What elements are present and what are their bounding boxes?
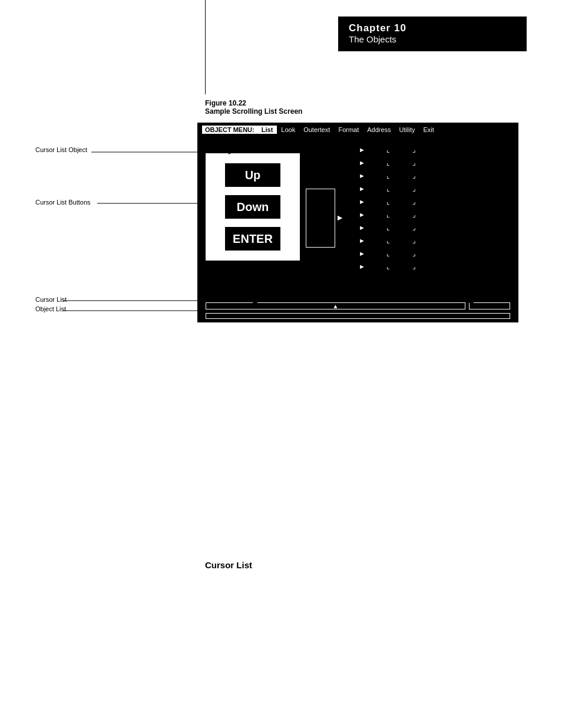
- cb-row-10: ⌞ ⌟: [386, 261, 416, 272]
- horizontal-scrollbar[interactable]: ▲: [206, 302, 465, 309]
- arrow-4: ►: [359, 183, 365, 195]
- cursor-list-label: Cursor List: [35, 296, 67, 303]
- vertical-divider: [205, 0, 206, 94]
- menu-item-address[interactable]: Address: [363, 126, 395, 134]
- cb-row-3: ⌞ ⌟: [386, 170, 416, 182]
- down-button[interactable]: Down: [223, 193, 282, 220]
- chapter-title: The Objects: [349, 34, 516, 44]
- arrow-1: ►: [359, 144, 365, 156]
- buttons-container: Up Down ENTER: [206, 153, 300, 261]
- right-scrollbar[interactable]: [469, 302, 510, 309]
- arrow-6: ►: [359, 209, 365, 220]
- cb-row-5: ⌞ ⌟: [386, 196, 416, 207]
- figure-title: Sample Scrolling List Screen: [205, 107, 302, 116]
- cb-row-1: ⌞ ⌟: [386, 144, 416, 156]
- menu-item-exit[interactable]: Exit: [419, 126, 438, 134]
- up-button[interactable]: Up: [223, 162, 282, 189]
- figure-caption: Figure 10.22 Sample Scrolling List Scree…: [205, 99, 302, 116]
- cb-row-4: ⌞ ⌟: [386, 183, 416, 195]
- chapter-header: Chapter 10 The Objects: [338, 17, 527, 51]
- arrow-2: ►: [359, 157, 365, 169]
- arrow-9: ►: [359, 248, 365, 259]
- figure-number: Figure 10.22: [205, 99, 302, 107]
- menu-item-list[interactable]: List: [257, 126, 277, 134]
- menu-item-look[interactable]: Look: [277, 126, 299, 134]
- screen-mockup: OBJECT MENU: List Look Outertext Format …: [197, 123, 518, 322]
- cursor-list-heading: Cursor List: [205, 560, 252, 570]
- cb-row-7: ⌞ ⌟: [386, 222, 416, 233]
- cb-row-8: ⌞ ⌟: [386, 235, 416, 246]
- checkbox-column: ⌞ ⌟ ⌞ ⌟ ⌞ ⌟ ⌞ ⌟: [386, 141, 416, 294]
- enter-button[interactable]: ENTER: [223, 225, 282, 252]
- cursor-list-buttons-label: Cursor List Buttons: [35, 199, 91, 206]
- chapter-number: Chapter 10: [349, 22, 516, 34]
- arrow-3: ►: [359, 170, 365, 182]
- cb-row-6: ⌞ ⌟: [386, 209, 416, 220]
- menu-item-utility[interactable]: Utility: [395, 126, 419, 134]
- cb-row-2: ⌞ ⌟: [386, 157, 416, 169]
- arrow-column: ► ► ► ► ► ► ► ► ► ►: [359, 141, 365, 294]
- right-side: ► ► ► ► ► ► ► ► ► ► ⌞ ⌟: [359, 141, 510, 294]
- screen-content: Up Down ENTER ► ► ► ► ► ► ► ► ►: [199, 136, 517, 301]
- arrow-5: ►: [359, 196, 365, 207]
- scroll-thumb-icon: ▲: [333, 303, 339, 309]
- menu-item-outertext[interactable]: Outertext: [299, 126, 334, 134]
- menu-label: OBJECT MENU:: [202, 126, 257, 134]
- cb-row-9: ⌞ ⌟: [386, 248, 416, 259]
- object-list-label: Object List: [35, 305, 66, 312]
- left-panel: Up Down ENTER: [206, 141, 300, 294]
- middle-panel: ►: [306, 141, 353, 294]
- menu-bar: OBJECT MENU: List Look Outertext Format …: [199, 124, 517, 136]
- bottom-scrollbar-row: ▲: [199, 301, 517, 313]
- arrow-7: ►: [359, 222, 365, 233]
- arrow-8: ►: [359, 235, 365, 246]
- menu-item-format[interactable]: Format: [334, 126, 363, 134]
- arrow-10: ►: [359, 261, 365, 272]
- cursor-list-object-label: Cursor List Object: [35, 146, 87, 153]
